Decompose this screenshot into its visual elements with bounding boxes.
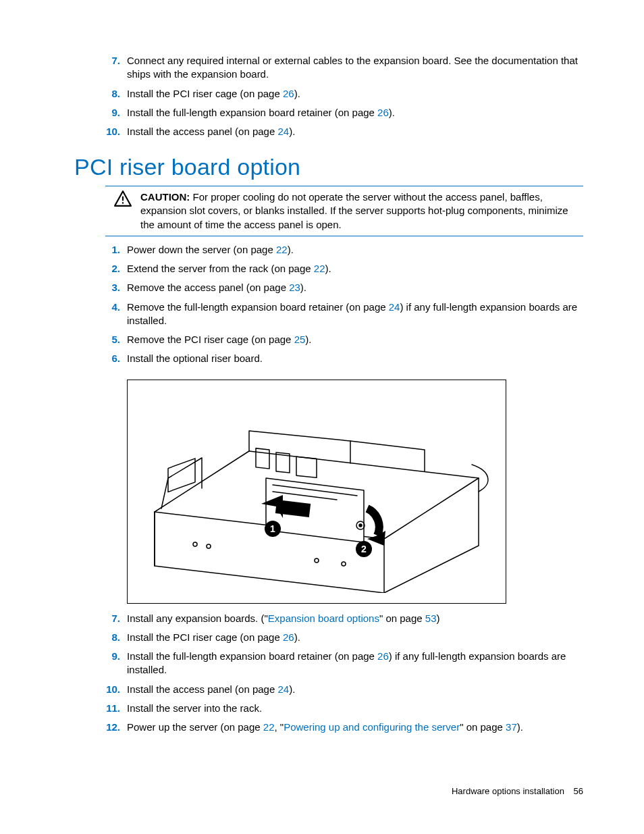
step-number: 11.: [93, 702, 124, 715]
chassis-illustration: 1 2: [141, 390, 492, 593]
xref-link[interactable]: Expansion board options: [268, 613, 379, 624]
page-link[interactable]: 24: [277, 126, 289, 137]
steps-procedure-bottom: 7. Install any expansion boards. ("Expan…: [74, 612, 583, 735]
step-text: Install the access panel (on page 24).: [127, 683, 295, 695]
step-number: 7.: [93, 54, 124, 68]
svg-point-10: [315, 558, 319, 563]
step-number: 3.: [93, 281, 124, 294]
step-number: 8.: [93, 631, 124, 644]
step-text: Power down the server (on page 22).: [127, 244, 294, 255]
step-item: 11. Install the server into the rack.: [74, 702, 583, 715]
step-text: Install the PCI riser cage (on page 26).: [127, 88, 300, 99]
step-item: 2. Extend the server from the rack (on p…: [74, 262, 583, 276]
svg-point-7: [359, 524, 362, 527]
page-link[interactable]: 26: [283, 88, 294, 99]
step-number: 9.: [93, 650, 124, 663]
step-number: 1.: [93, 243, 124, 257]
step-number: 5.: [93, 333, 124, 346]
page-link[interactable]: 22: [314, 263, 325, 274]
step-text: Install the optional riser board.: [127, 353, 263, 364]
step-number: 2.: [93, 262, 124, 276]
svg-rect-1: [122, 203, 124, 204]
caution-label: CAUTION:: [140, 191, 190, 203]
svg-rect-0: [122, 197, 124, 201]
svg-point-9: [207, 544, 211, 548]
page-link[interactable]: 26: [283, 631, 294, 643]
step-text: Install the full-length expansion board …: [127, 107, 395, 118]
step-item: 7. Connect any required internal or exte…: [74, 54, 583, 82]
section-heading: PCI riser board option: [74, 152, 583, 183]
page-link[interactable]: 24: [389, 301, 400, 313]
page-link[interactable]: 22: [263, 721, 275, 733]
callout-1: 1: [270, 523, 275, 534]
step-number: 8.: [93, 87, 124, 101]
step-item: 8. Install the PCI riser cage (on page 2…: [74, 631, 583, 644]
step-text: Power up the server (on page 22, "Poweri…: [127, 721, 523, 733]
step-text: Install the full-length expansion board …: [127, 650, 566, 675]
step-item: 7. Install any expansion boards. ("Expan…: [74, 612, 583, 625]
steps-procedure-top: 1. Power down the server (on page 22). 2…: [74, 243, 583, 366]
step-number: 7.: [93, 612, 124, 625]
step-item: 9. Install the full-length expansion boa…: [74, 106, 583, 120]
step-item: 5. Remove the PCI riser cage (on page 25…: [74, 333, 583, 346]
step-item: 10. Install the access panel (on page 24…: [74, 683, 583, 696]
svg-rect-2: [256, 448, 269, 469]
footer-section: Hardware options installation: [452, 786, 564, 796]
step-item: 8. Install the PCI riser cage (on page 2…: [74, 87, 583, 101]
footer-page-number: 56: [574, 786, 583, 796]
step-number: 12.: [93, 721, 124, 734]
caution-body: For proper cooling do not operate the se…: [140, 191, 568, 230]
xref-link[interactable]: Powering up and configuring the server: [284, 721, 460, 733]
step-item: 4. Remove the full-length expansion boar…: [74, 301, 583, 328]
riser-board-diagram: 1 2: [127, 380, 506, 604]
page-link[interactable]: 24: [277, 683, 289, 695]
step-item: 10. Install the access panel (on page 24…: [74, 125, 583, 138]
svg-rect-4: [296, 457, 317, 477]
step-item: 6. Install the optional riser board.: [74, 352, 583, 365]
page-link[interactable]: 25: [294, 334, 306, 345]
caution-text: CAUTION: For proper cooling do not opera…: [140, 190, 583, 232]
page-footer: Hardware options installation 56: [452, 785, 583, 798]
step-item: 3. Remove the access panel (on page 23).: [74, 281, 583, 294]
page-link[interactable]: 23: [289, 282, 300, 293]
step-text: Connect any required internal or externa…: [127, 55, 578, 80]
page-link[interactable]: 37: [506, 721, 517, 733]
caution-block: CAUTION: For proper cooling do not opera…: [105, 186, 583, 236]
svg-point-11: [342, 562, 346, 566]
step-item: 9. Install the full-length expansion boa…: [74, 650, 583, 677]
step-text: Remove the access panel (on page 23).: [127, 282, 306, 293]
step-text: Install the PCI riser cage (on page 26).: [127, 631, 300, 643]
caution-icon: [105, 190, 140, 232]
step-text: Extend the server from the rack (on page…: [127, 263, 331, 274]
step-number: 9.: [93, 106, 124, 120]
step-text: Install the access panel (on page 24).: [127, 126, 295, 137]
svg-point-8: [193, 542, 197, 546]
step-text: Remove the PCI riser cage (on page 25).: [127, 334, 311, 345]
step-number: 4.: [93, 301, 124, 314]
steps-top: 7. Connect any required internal or exte…: [74, 54, 583, 138]
step-item: 12. Power up the server (on page 22, "Po…: [74, 721, 583, 734]
page-link[interactable]: 53: [425, 613, 437, 624]
step-text: Remove the full-length expansion board r…: [127, 301, 577, 326]
step-text: Install the server into the rack.: [127, 702, 262, 714]
step-number: 10.: [93, 125, 124, 138]
step-number: 10.: [93, 683, 124, 696]
callout-2: 2: [361, 544, 367, 554]
page-link[interactable]: 22: [276, 244, 288, 255]
page-link[interactable]: 26: [377, 650, 389, 662]
step-item: 1. Power down the server (on page 22).: [74, 243, 583, 257]
page-link[interactable]: 26: [377, 107, 389, 118]
step-number: 6.: [93, 352, 124, 365]
step-text: Install any expansion boards. ("Expansio…: [127, 613, 439, 624]
